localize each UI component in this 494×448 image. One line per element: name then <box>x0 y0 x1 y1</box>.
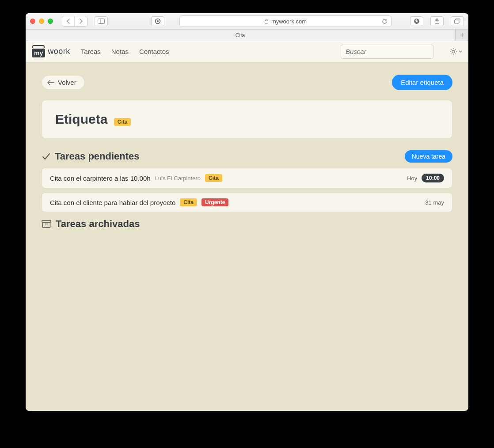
svg-rect-4 <box>265 21 268 23</box>
browser-chrome: mywoork.com Cita <box>26 13 468 41</box>
new-task-button[interactable]: Nueva tarea <box>405 150 452 163</box>
svg-rect-8 <box>455 20 459 23</box>
logo-prefix: my <box>32 49 45 57</box>
svg-rect-11 <box>43 222 50 228</box>
app-logo[interactable]: my woork <box>32 46 70 57</box>
tab-title: Cita <box>236 32 245 38</box>
nav-link-tareas[interactable]: Tareas <box>81 48 101 55</box>
tag-header-card: Etiqueta Cita <box>42 100 452 139</box>
tab-bar: Cita ＋ <box>26 29 468 41</box>
chevron-down-icon <box>459 50 462 53</box>
task-tag: Cita <box>180 198 197 206</box>
reload-icon[interactable] <box>382 19 388 24</box>
edit-tag-button[interactable]: Editar etiqueta <box>392 75 452 90</box>
sidebar-toggle-button[interactable] <box>95 16 108 26</box>
address-bar-wrap: mywoork.com <box>168 15 403 27</box>
nav-forward-button[interactable] <box>75 16 87 26</box>
task-date: 31 may <box>425 199 444 206</box>
task-title: Cita con el cliente para hablar del proy… <box>50 199 175 206</box>
search-input[interactable] <box>341 45 433 59</box>
page-title: Etiqueta <box>55 112 107 127</box>
lock-icon <box>264 19 269 24</box>
back-label: Volver <box>58 79 76 86</box>
app-navbar: my woork Tareas Notas Contactos <box>26 41 468 62</box>
nav-link-contactos[interactable]: Contactos <box>139 48 169 55</box>
task-title: Cita con el carpintero a las 10.00h <box>50 175 151 182</box>
gear-icon <box>449 48 457 56</box>
page-content: Volver Editar etiqueta Etiqueta Cita Tar… <box>26 62 468 411</box>
reader-button[interactable] <box>151 16 164 26</box>
pending-title: Tareas pendientes <box>55 151 140 162</box>
close-window-button[interactable] <box>30 19 35 24</box>
task-tag: Cita <box>205 174 222 182</box>
svg-point-3 <box>157 20 159 22</box>
tabs-overview-button[interactable] <box>451 16 464 26</box>
maximize-window-button[interactable] <box>48 19 53 24</box>
url-text: mywoork.com <box>271 18 307 25</box>
task-row[interactable]: Cita con el cliente para hablar del proy… <box>42 193 452 212</box>
back-button[interactable]: Volver <box>42 75 85 90</box>
archived-title: Tareas archivadas <box>56 218 140 230</box>
share-button[interactable] <box>430 16 444 26</box>
browser-tab[interactable]: Cita <box>26 30 455 41</box>
minimize-window-button[interactable] <box>39 19 44 24</box>
top-actions: Volver Editar etiqueta <box>42 75 452 90</box>
nav-back-button[interactable] <box>62 16 75 26</box>
window-controls <box>30 19 53 24</box>
downloads-button[interactable] <box>410 16 423 26</box>
logo-suffix: woork <box>48 47 70 56</box>
task-tag: Urgente <box>201 198 228 206</box>
task-time: 10:00 <box>422 174 444 182</box>
settings-menu[interactable] <box>449 48 462 56</box>
browser-window: mywoork.com Cita <box>26 13 468 411</box>
nav-back-forward <box>62 16 87 27</box>
pending-section-head: Tareas pendientes Nueva tarea <box>42 150 452 163</box>
new-tab-button[interactable]: ＋ <box>455 30 468 41</box>
nav-link-notas[interactable]: Notas <box>111 48 129 55</box>
task-row[interactable]: Cita con el carpintero a las 10.00h Luis… <box>42 168 452 188</box>
archive-icon <box>42 220 51 228</box>
address-bar[interactable]: mywoork.com <box>179 15 391 27</box>
titlebar: mywoork.com <box>26 13 468 29</box>
check-icon <box>42 152 50 161</box>
archived-section-head: Tareas archivadas <box>42 218 452 230</box>
svg-rect-0 <box>98 19 105 24</box>
task-date: Hoy <box>407 175 417 182</box>
task-contact: Luis El Carpintero <box>155 175 201 182</box>
header-tag: Cita <box>114 118 131 126</box>
arrow-left-icon <box>47 80 54 85</box>
svg-point-9 <box>452 50 455 53</box>
chrome-right-buttons <box>407 16 464 26</box>
